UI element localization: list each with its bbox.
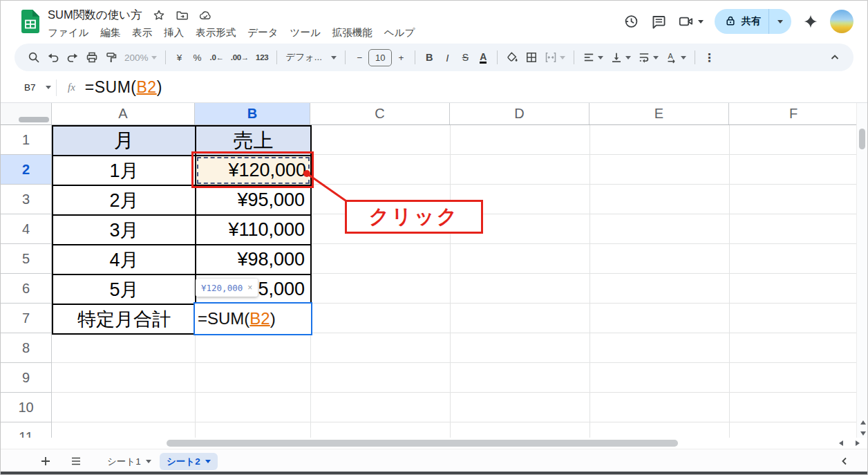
move-folder-icon[interactable]	[176, 9, 189, 22]
tooltip-close-icon[interactable]: ×	[247, 283, 252, 292]
cell-b2-selected[interactable]: ¥120,000	[195, 155, 312, 186]
cell-b1[interactable]: 売上	[195, 125, 312, 156]
row-header-8[interactable]: 8	[1, 333, 51, 363]
row-header-3[interactable]: 3	[1, 185, 51, 214]
sheet-tab-1[interactable]: シート1	[100, 453, 158, 470]
select-all-corner[interactable]	[1, 103, 52, 124]
divider	[56, 80, 57, 96]
collapse-toolbar-button[interactable]	[826, 48, 844, 67]
cell-a4[interactable]: 3月	[52, 214, 196, 245]
search-button[interactable]	[24, 48, 44, 67]
sheets-logo-icon[interactable]	[21, 10, 39, 33]
column-header-b[interactable]: B	[195, 103, 310, 124]
column-header-e[interactable]: E	[589, 103, 729, 124]
row-header-6[interactable]: 6	[1, 274, 51, 304]
fill-color-button[interactable]	[502, 48, 522, 67]
row-header-1[interactable]: 1	[1, 125, 51, 155]
menu-file[interactable]: ファイル	[48, 26, 88, 39]
share-button[interactable]: 共有	[715, 9, 791, 34]
more-options-button[interactable]: ⋮	[700, 48, 718, 67]
text-color-button[interactable]: A	[474, 48, 492, 67]
redo-button[interactable]	[63, 48, 82, 67]
cell-b7-editing[interactable]: =SUM(B2)	[194, 302, 312, 335]
bold-button[interactable]: B	[420, 48, 438, 67]
cell-a5[interactable]: 4月	[52, 244, 196, 275]
cell-a7[interactable]: 特定月合計	[52, 304, 196, 335]
zoom-select[interactable]: 200%	[121, 48, 160, 67]
italic-button[interactable]: I	[438, 48, 456, 67]
share-dropdown[interactable]	[769, 9, 791, 34]
decrease-decimal-button[interactable]: .0←	[207, 48, 227, 67]
paint-format-button[interactable]	[102, 48, 121, 67]
menu-tools[interactable]: ツール	[290, 26, 321, 39]
horizontal-align-button[interactable]	[579, 48, 607, 67]
cell-a2[interactable]: 1月	[52, 155, 196, 186]
merge-cells-button[interactable]	[541, 48, 569, 67]
cell-a3[interactable]: 2月	[52, 185, 196, 216]
horizontal-scrollbar[interactable]	[1, 438, 858, 449]
cloud-status-icon[interactable]	[199, 9, 212, 22]
increase-decimal-button[interactable]: .00→	[227, 48, 252, 67]
column-header-f[interactable]: F	[729, 103, 858, 124]
menu-view[interactable]: 表示	[132, 26, 152, 39]
font-select[interactable]: デフォ...	[282, 48, 340, 67]
print-button[interactable]	[82, 48, 102, 67]
vertical-align-button[interactable]	[607, 48, 634, 67]
format-percent-button[interactable]: %	[189, 48, 207, 67]
cell-b4[interactable]: ¥110,000	[195, 214, 312, 245]
cell-b3[interactable]: ¥95,000	[195, 185, 312, 216]
row-header-11[interactable]: 11	[1, 422, 51, 438]
vertical-scrollbar[interactable]	[856, 103, 867, 438]
version-history-icon[interactable]	[623, 13, 639, 30]
column-header-c[interactable]: C	[310, 103, 450, 124]
increase-font-size-button[interactable]: +	[392, 48, 410, 67]
user-avatar[interactable]	[830, 10, 853, 33]
row-header-2[interactable]: 2	[1, 155, 51, 185]
format-currency-button[interactable]: ¥	[171, 48, 189, 67]
vertical-scrollbar-thumb[interactable]	[859, 129, 865, 149]
row-header-4[interactable]: 4	[1, 214, 51, 244]
name-box[interactable]: B7	[1, 82, 55, 93]
borders-button[interactable]	[522, 48, 541, 67]
strikethrough-button[interactable]: S	[456, 48, 474, 67]
column-header-a[interactable]: A	[52, 103, 195, 124]
menu-extensions[interactable]: 拡張機能	[332, 26, 372, 39]
gemini-icon[interactable]	[802, 13, 819, 30]
horizontal-scrollbar-thumb[interactable]	[167, 440, 678, 447]
lock-icon	[725, 15, 736, 28]
data-table: 月 売上 1月 ¥120,000 2月 ¥95,000 3月 ¥110,000 …	[52, 125, 314, 339]
row-header-7[interactable]: 7	[1, 304, 51, 333]
row-header-10[interactable]: 10	[1, 393, 51, 422]
column-header-d[interactable]: D	[450, 103, 589, 124]
menu-insert[interactable]: 挿入	[164, 26, 184, 39]
collapse-panel-button[interactable]	[837, 454, 852, 469]
join-call-button[interactable]	[678, 13, 704, 30]
row-header-5[interactable]: 5	[1, 244, 51, 274]
row-header-9[interactable]: 9	[1, 363, 51, 393]
document-title[interactable]: SUM関数の使い方	[48, 8, 142, 23]
corner-bar	[19, 117, 49, 122]
svg-text:A: A	[668, 52, 674, 60]
decrease-font-size-button[interactable]: −	[350, 48, 368, 67]
cell-a1[interactable]: 月	[52, 125, 196, 156]
menu-format[interactable]: 表示形式	[196, 26, 236, 39]
menu-data[interactable]: データ	[247, 26, 278, 39]
more-formats-button[interactable]: 123	[252, 48, 272, 67]
cell-a6[interactable]: 5月	[52, 274, 196, 305]
text-rotation-button[interactable]: A	[662, 48, 690, 67]
formula-input[interactable]: =SUM(B2)	[85, 78, 162, 97]
scroll-right-button[interactable]	[852, 438, 863, 449]
star-icon[interactable]	[152, 9, 165, 22]
text-wrap-button[interactable]	[634, 48, 662, 67]
cell-b5[interactable]: ¥98,000	[195, 244, 312, 275]
sheet-tab-2-active[interactable]: シート2	[160, 453, 218, 470]
undo-button[interactable]	[44, 48, 63, 67]
comments-icon[interactable]	[650, 13, 667, 30]
scroll-left-button[interactable]	[836, 438, 847, 449]
all-sheets-button[interactable]	[68, 454, 84, 469]
scroll-up-button[interactable]	[858, 417, 868, 428]
menu-edit[interactable]: 編集	[100, 26, 120, 39]
add-sheet-button[interactable]	[38, 454, 53, 469]
menu-help[interactable]: ヘルプ	[384, 26, 415, 39]
font-size-input[interactable]: 10	[368, 49, 392, 66]
